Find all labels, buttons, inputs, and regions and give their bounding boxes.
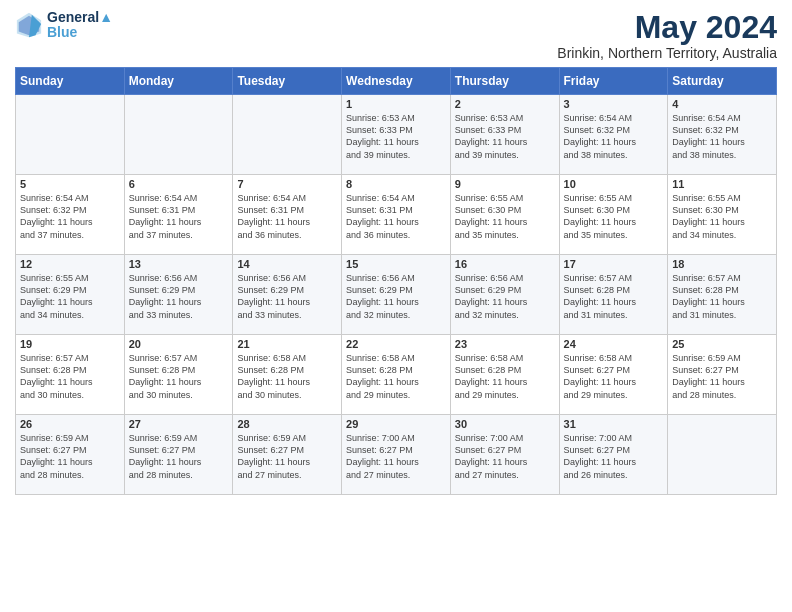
calendar-week-row: 12Sunrise: 6:55 AM Sunset: 6:29 PM Dayli…	[16, 255, 777, 335]
day-number: 24	[564, 338, 664, 350]
day-number: 29	[346, 418, 446, 430]
day-number: 17	[564, 258, 664, 270]
calendar-cell: 23Sunrise: 6:58 AM Sunset: 6:28 PM Dayli…	[450, 335, 559, 415]
day-number: 20	[129, 338, 229, 350]
cell-info: Sunrise: 6:54 AM Sunset: 6:31 PM Dayligh…	[237, 192, 337, 241]
page-header: General▲ Blue May 2024 Brinkin, Northern…	[15, 10, 777, 61]
calendar-cell: 29Sunrise: 7:00 AM Sunset: 6:27 PM Dayli…	[342, 415, 451, 495]
calendar-week-row: 26Sunrise: 6:59 AM Sunset: 6:27 PM Dayli…	[16, 415, 777, 495]
page-subtitle: Brinkin, Northern Territory, Australia	[557, 45, 777, 61]
cell-info: Sunrise: 6:59 AM Sunset: 6:27 PM Dayligh…	[20, 432, 120, 481]
cell-info: Sunrise: 6:59 AM Sunset: 6:27 PM Dayligh…	[129, 432, 229, 481]
day-number: 26	[20, 418, 120, 430]
calendar-cell: 18Sunrise: 6:57 AM Sunset: 6:28 PM Dayli…	[668, 255, 777, 335]
cell-info: Sunrise: 6:55 AM Sunset: 6:29 PM Dayligh…	[20, 272, 120, 321]
day-number: 13	[129, 258, 229, 270]
calendar-cell: 13Sunrise: 6:56 AM Sunset: 6:29 PM Dayli…	[124, 255, 233, 335]
calendar-cell: 16Sunrise: 6:56 AM Sunset: 6:29 PM Dayli…	[450, 255, 559, 335]
calendar-cell: 19Sunrise: 6:57 AM Sunset: 6:28 PM Dayli…	[16, 335, 125, 415]
cell-info: Sunrise: 6:59 AM Sunset: 6:27 PM Dayligh…	[672, 352, 772, 401]
cell-info: Sunrise: 7:00 AM Sunset: 6:27 PM Dayligh…	[455, 432, 555, 481]
calendar-cell: 30Sunrise: 7:00 AM Sunset: 6:27 PM Dayli…	[450, 415, 559, 495]
day-number: 19	[20, 338, 120, 350]
calendar-cell: 26Sunrise: 6:59 AM Sunset: 6:27 PM Dayli…	[16, 415, 125, 495]
calendar-cell: 2Sunrise: 6:53 AM Sunset: 6:33 PM Daylig…	[450, 95, 559, 175]
cell-info: Sunrise: 6:55 AM Sunset: 6:30 PM Dayligh…	[672, 192, 772, 241]
calendar-week-row: 19Sunrise: 6:57 AM Sunset: 6:28 PM Dayli…	[16, 335, 777, 415]
cell-info: Sunrise: 6:55 AM Sunset: 6:30 PM Dayligh…	[564, 192, 664, 241]
day-number: 14	[237, 258, 337, 270]
calendar-cell: 25Sunrise: 6:59 AM Sunset: 6:27 PM Dayli…	[668, 335, 777, 415]
day-number: 16	[455, 258, 555, 270]
weekday-row: SundayMondayTuesdayWednesdayThursdayFrid…	[16, 68, 777, 95]
cell-info: Sunrise: 6:54 AM Sunset: 6:31 PM Dayligh…	[129, 192, 229, 241]
day-number: 10	[564, 178, 664, 190]
calendar-cell	[124, 95, 233, 175]
calendar-cell: 22Sunrise: 6:58 AM Sunset: 6:28 PM Dayli…	[342, 335, 451, 415]
calendar-cell: 17Sunrise: 6:57 AM Sunset: 6:28 PM Dayli…	[559, 255, 668, 335]
calendar-cell: 24Sunrise: 6:58 AM Sunset: 6:27 PM Dayli…	[559, 335, 668, 415]
day-number: 22	[346, 338, 446, 350]
cell-info: Sunrise: 6:56 AM Sunset: 6:29 PM Dayligh…	[129, 272, 229, 321]
calendar-cell: 5Sunrise: 6:54 AM Sunset: 6:32 PM Daylig…	[16, 175, 125, 255]
calendar-cell	[233, 95, 342, 175]
cell-info: Sunrise: 6:54 AM Sunset: 6:32 PM Dayligh…	[20, 192, 120, 241]
weekday-header: Friday	[559, 68, 668, 95]
day-number: 5	[20, 178, 120, 190]
calendar-cell: 14Sunrise: 6:56 AM Sunset: 6:29 PM Dayli…	[233, 255, 342, 335]
logo-icon	[15, 11, 43, 39]
cell-info: Sunrise: 6:58 AM Sunset: 6:27 PM Dayligh…	[564, 352, 664, 401]
calendar-cell	[16, 95, 125, 175]
calendar-cell: 1Sunrise: 6:53 AM Sunset: 6:33 PM Daylig…	[342, 95, 451, 175]
calendar-cell: 9Sunrise: 6:55 AM Sunset: 6:30 PM Daylig…	[450, 175, 559, 255]
calendar-cell: 31Sunrise: 7:00 AM Sunset: 6:27 PM Dayli…	[559, 415, 668, 495]
cell-info: Sunrise: 6:59 AM Sunset: 6:27 PM Dayligh…	[237, 432, 337, 481]
cell-info: Sunrise: 6:57 AM Sunset: 6:28 PM Dayligh…	[564, 272, 664, 321]
calendar-cell: 6Sunrise: 6:54 AM Sunset: 6:31 PM Daylig…	[124, 175, 233, 255]
calendar-cell: 3Sunrise: 6:54 AM Sunset: 6:32 PM Daylig…	[559, 95, 668, 175]
day-number: 12	[20, 258, 120, 270]
weekday-header: Sunday	[16, 68, 125, 95]
weekday-header: Monday	[124, 68, 233, 95]
day-number: 25	[672, 338, 772, 350]
calendar-cell: 28Sunrise: 6:59 AM Sunset: 6:27 PM Dayli…	[233, 415, 342, 495]
page: General▲ Blue May 2024 Brinkin, Northern…	[0, 0, 792, 612]
weekday-header: Wednesday	[342, 68, 451, 95]
cell-info: Sunrise: 6:58 AM Sunset: 6:28 PM Dayligh…	[237, 352, 337, 401]
weekday-header: Saturday	[668, 68, 777, 95]
calendar-body: 1Sunrise: 6:53 AM Sunset: 6:33 PM Daylig…	[16, 95, 777, 495]
calendar-cell: 7Sunrise: 6:54 AM Sunset: 6:31 PM Daylig…	[233, 175, 342, 255]
cell-info: Sunrise: 7:00 AM Sunset: 6:27 PM Dayligh…	[564, 432, 664, 481]
cell-info: Sunrise: 6:57 AM Sunset: 6:28 PM Dayligh…	[672, 272, 772, 321]
day-number: 9	[455, 178, 555, 190]
day-number: 11	[672, 178, 772, 190]
calendar-cell: 4Sunrise: 6:54 AM Sunset: 6:32 PM Daylig…	[668, 95, 777, 175]
day-number: 4	[672, 98, 772, 110]
day-number: 6	[129, 178, 229, 190]
cell-info: Sunrise: 6:53 AM Sunset: 6:33 PM Dayligh…	[346, 112, 446, 161]
calendar-cell: 10Sunrise: 6:55 AM Sunset: 6:30 PM Dayli…	[559, 175, 668, 255]
cell-info: Sunrise: 6:54 AM Sunset: 6:32 PM Dayligh…	[672, 112, 772, 161]
cell-info: Sunrise: 6:55 AM Sunset: 6:30 PM Dayligh…	[455, 192, 555, 241]
calendar-cell: 27Sunrise: 6:59 AM Sunset: 6:27 PM Dayli…	[124, 415, 233, 495]
cell-info: Sunrise: 6:57 AM Sunset: 6:28 PM Dayligh…	[20, 352, 120, 401]
day-number: 2	[455, 98, 555, 110]
day-number: 23	[455, 338, 555, 350]
calendar-cell: 15Sunrise: 6:56 AM Sunset: 6:29 PM Dayli…	[342, 255, 451, 335]
day-number: 18	[672, 258, 772, 270]
cell-info: Sunrise: 6:54 AM Sunset: 6:31 PM Dayligh…	[346, 192, 446, 241]
title-block: May 2024 Brinkin, Northern Territory, Au…	[557, 10, 777, 61]
day-number: 28	[237, 418, 337, 430]
calendar-week-row: 5Sunrise: 6:54 AM Sunset: 6:32 PM Daylig…	[16, 175, 777, 255]
logo-blue: Blue	[47, 25, 113, 40]
cell-info: Sunrise: 7:00 AM Sunset: 6:27 PM Dayligh…	[346, 432, 446, 481]
day-number: 7	[237, 178, 337, 190]
day-number: 8	[346, 178, 446, 190]
day-number: 31	[564, 418, 664, 430]
calendar-cell: 21Sunrise: 6:58 AM Sunset: 6:28 PM Dayli…	[233, 335, 342, 415]
cell-info: Sunrise: 6:56 AM Sunset: 6:29 PM Dayligh…	[455, 272, 555, 321]
day-number: 1	[346, 98, 446, 110]
logo-text: General▲ Blue	[47, 10, 113, 41]
cell-info: Sunrise: 6:53 AM Sunset: 6:33 PM Dayligh…	[455, 112, 555, 161]
day-number: 30	[455, 418, 555, 430]
